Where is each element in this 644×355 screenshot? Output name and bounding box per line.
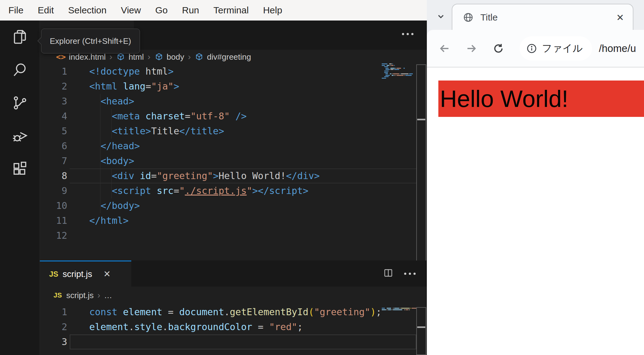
code-line: 6 </head> bbox=[40, 139, 416, 154]
js-file-icon: JS bbox=[54, 291, 62, 299]
close-tab-icon[interactable]: ✕ bbox=[616, 12, 624, 23]
globe-icon bbox=[463, 12, 474, 23]
code-line: 1const element = document.getElementById… bbox=[40, 305, 416, 320]
back-button[interactable] bbox=[436, 40, 453, 57]
tab-search-chevron-icon[interactable] bbox=[434, 9, 448, 24]
js-code-editor[interactable]: 1const element = document.getElementById… bbox=[40, 305, 416, 349]
menu-item-selection[interactable]: Selection bbox=[61, 5, 114, 16]
search-icon[interactable] bbox=[0, 53, 40, 86]
banner-text: Hello World! bbox=[440, 85, 568, 112]
chevron-right-icon: › bbox=[147, 52, 150, 62]
editor-more-actions-icon[interactable] bbox=[402, 273, 416, 275]
code-line: 2element.style.backgroundColor = "red"; bbox=[40, 320, 416, 334]
tooltip-text: Explorer (Ctrl+Shift+E) bbox=[50, 36, 131, 46]
code-line: 7 <body> bbox=[40, 154, 416, 168]
site-info-chip[interactable]: ファイル bbox=[520, 36, 592, 61]
browser-tab[interactable]: Title ✕ bbox=[452, 4, 633, 30]
html-file-icon: <> bbox=[56, 52, 66, 62]
menu-item-go[interactable]: Go bbox=[148, 5, 175, 16]
code-line: 11</html> bbox=[40, 213, 416, 228]
reload-button[interactable] bbox=[490, 40, 507, 57]
breadcrumb: JS script.js › … bbox=[54, 287, 112, 304]
screen: FileEditSelectionViewGoRunTerminalHelp bbox=[0, 0, 644, 355]
close-tab-icon[interactable]: ✕ bbox=[103, 269, 110, 279]
code-line: 4 <meta charset="utf-8" /> bbox=[40, 109, 416, 124]
code-line: 2<html lang="ja"> bbox=[40, 79, 416, 94]
script-js-tab[interactable]: JS script.js ✕ bbox=[40, 260, 131, 287]
split-editor-icon[interactable] bbox=[383, 268, 394, 279]
breadcrumb-file[interactable]: index.html bbox=[69, 52, 106, 62]
code-line: 8 <div id="greeting">Hello World!</div> bbox=[40, 168, 416, 183]
tab-label: script.js bbox=[63, 269, 92, 279]
chevron-right-icon: › bbox=[188, 52, 191, 62]
menu-item-terminal[interactable]: Terminal bbox=[206, 5, 256, 16]
extensions-icon[interactable] bbox=[0, 152, 40, 185]
breadcrumb-file[interactable]: script.js bbox=[66, 291, 94, 300]
tab-title: Title bbox=[480, 12, 616, 23]
breadcrumb-body[interactable]: body bbox=[167, 52, 184, 62]
code-line: 12 bbox=[40, 228, 416, 243]
explorer-icon[interactable] bbox=[0, 21, 40, 53]
overview-ruler-marker bbox=[417, 119, 425, 120]
minimap[interactable] bbox=[382, 308, 416, 312]
breadcrumb-div-greeting[interactable]: div#greeting bbox=[207, 52, 251, 62]
chevron-right-icon: › bbox=[97, 290, 100, 300]
html-code-editor[interactable]: 1<!doctype html>2<html lang="ja">3 <head… bbox=[40, 64, 416, 243]
breadcrumb-html[interactable]: html bbox=[128, 52, 144, 62]
explorer-tooltip: Explorer (Ctrl+Shift+E) bbox=[41, 29, 140, 53]
code-line: 3 <head> bbox=[40, 94, 416, 109]
menu-item-view[interactable]: View bbox=[114, 5, 148, 16]
info-icon bbox=[526, 43, 537, 54]
hello-banner: Hello World! bbox=[438, 81, 644, 117]
symbol-cube-icon bbox=[116, 52, 125, 62]
code-line: 1<!doctype html> bbox=[40, 64, 416, 79]
address-bar-url[interactable]: /home/u bbox=[599, 43, 636, 54]
js-file-icon: JS bbox=[49, 270, 58, 279]
menu-item-run[interactable]: Run bbox=[175, 5, 206, 16]
editor-more-actions-icon[interactable] bbox=[399, 33, 413, 35]
code-line: 10 </body> bbox=[40, 198, 416, 213]
symbol-cube-icon bbox=[194, 52, 204, 62]
symbol-cube-icon bbox=[154, 52, 164, 62]
menu-item-file[interactable]: File bbox=[1, 5, 30, 16]
breadcrumb-symbol[interactable]: … bbox=[104, 291, 112, 300]
source-control-icon[interactable] bbox=[0, 86, 40, 119]
menu-item-help[interactable]: Help bbox=[256, 5, 289, 16]
editor-actions bbox=[383, 260, 416, 287]
forward-button[interactable] bbox=[463, 40, 480, 57]
code-line: 9 <script src="./script.js"></script> bbox=[40, 183, 416, 198]
run-debug-icon[interactable] bbox=[0, 119, 40, 152]
browser-page: Hello World! bbox=[427, 67, 644, 355]
chip-label: ファイル bbox=[542, 42, 583, 55]
menu-item-edit[interactable]: Edit bbox=[30, 5, 61, 16]
browser-window: Title ✕ ファイル /home/u Hello World! bbox=[427, 0, 644, 355]
minimap[interactable] bbox=[382, 63, 416, 81]
overview-ruler-marker bbox=[417, 326, 425, 328]
activity-bar bbox=[0, 21, 40, 355]
code-line: 5 <title>Title</title> bbox=[40, 124, 416, 139]
code-line: 3 bbox=[40, 334, 416, 349]
menu-bar: FileEditSelectionViewGoRunTerminalHelp bbox=[0, 0, 427, 21]
vscode-window: FileEditSelectionViewGoRunTerminalHelp bbox=[0, 0, 427, 355]
browser-toolbar: ファイル /home/u bbox=[427, 30, 644, 67]
js-editor-tab-strip: JS script.js ✕ bbox=[40, 260, 427, 287]
scrollbar[interactable] bbox=[416, 64, 426, 262]
scrollbar[interactable] bbox=[416, 307, 426, 355]
